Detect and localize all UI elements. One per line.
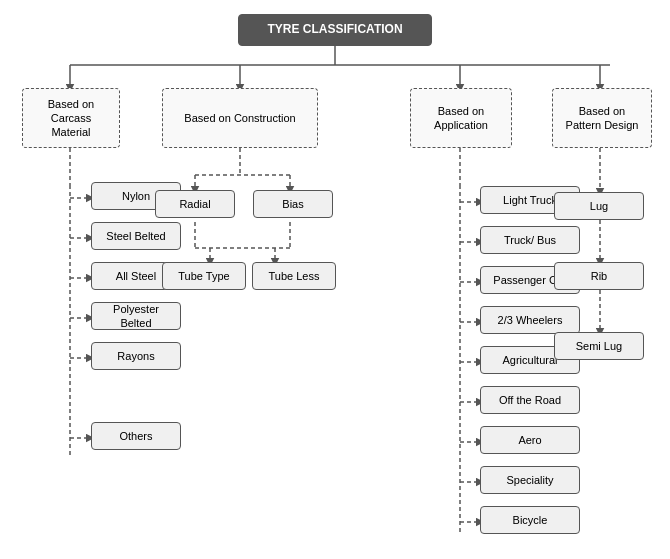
carcass-category-box: Based on Carcass Material	[22, 88, 120, 148]
construction-radial: Radial	[155, 190, 235, 218]
carcass-item-others: Others	[91, 422, 181, 450]
tyre-classification-diagram: TYRE CLASSIFICATION Based on Carcass Mat…	[0, 0, 670, 559]
application-category-box: Based on Application	[410, 88, 512, 148]
construction-tube-type: Tube Type	[162, 262, 246, 290]
application-bicycle: Bicycle	[480, 506, 580, 534]
construction-bias: Bias	[253, 190, 333, 218]
application-off-road: Off the Road	[480, 386, 580, 414]
construction-category-box: Based on Construction	[162, 88, 318, 148]
pattern-rib: Rib	[554, 262, 644, 290]
carcass-item-polyester-belted: Polyester Belted	[91, 302, 181, 330]
pattern-category-box: Based on Pattern Design	[552, 88, 652, 148]
pattern-lug: Lug	[554, 192, 644, 220]
application-2-3-wheelers: 2/3 Wheelers	[480, 306, 580, 334]
application-speciality: Speciality	[480, 466, 580, 494]
carcass-item-rayons: Rayons	[91, 342, 181, 370]
application-aero: Aero	[480, 426, 580, 454]
application-truck-bus: Truck/ Bus	[480, 226, 580, 254]
construction-tube-less: Tube Less	[252, 262, 336, 290]
pattern-semi-lug: Semi Lug	[554, 332, 644, 360]
title-box: TYRE CLASSIFICATION	[238, 14, 432, 46]
carcass-item-steel-belted: Steel Belted	[91, 222, 181, 250]
